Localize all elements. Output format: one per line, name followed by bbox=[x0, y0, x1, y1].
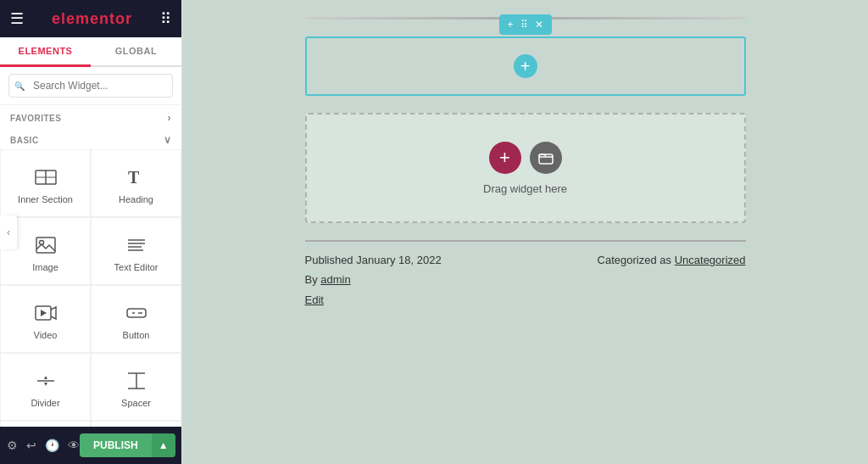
bottom-divider bbox=[305, 240, 746, 242]
folder-icon bbox=[537, 149, 554, 166]
drag-folder-button[interactable] bbox=[530, 142, 562, 174]
widget-inner-section[interactable]: Inner Section bbox=[0, 149, 91, 217]
add-column-button[interactable]: + bbox=[514, 54, 537, 78]
video-icon bbox=[34, 301, 58, 325]
widget-divider[interactable]: Divider bbox=[0, 353, 91, 421]
heading-icon: T bbox=[125, 165, 148, 189]
widget-heading[interactable]: T Heading bbox=[91, 149, 181, 217]
by-label: By bbox=[305, 273, 318, 286]
widget-google-maps[interactable]: Google Maps bbox=[0, 421, 91, 427]
history-icon[interactable]: 🕐 bbox=[45, 439, 59, 452]
widget-icon[interactable]: Icon bbox=[91, 421, 181, 427]
search-wrapper bbox=[8, 74, 173, 98]
published-text: Published January 18, 2022 bbox=[305, 250, 442, 270]
divider-label: Divider bbox=[31, 398, 59, 408]
widget-grid: Inner Section T Heading Image bbox=[0, 149, 181, 427]
categorized-text: Categorized as Uncategorized bbox=[598, 250, 746, 270]
svg-marker-16 bbox=[44, 376, 47, 379]
inner-section-label: Inner Section bbox=[18, 194, 73, 204]
settings-icon[interactable]: ⚙ bbox=[7, 439, 18, 452]
collapse-handle[interactable]: ‹ bbox=[0, 215, 17, 249]
edit-link[interactable]: Edit bbox=[305, 293, 324, 306]
svg-marker-17 bbox=[44, 383, 47, 386]
row-move-button[interactable]: ⠿ bbox=[519, 18, 530, 31]
canvas-content: + ⠿ ✕ + + Drag widget here bbox=[305, 17, 746, 310]
basic-arrow-icon[interactable]: ∨ bbox=[164, 134, 172, 146]
drag-section: + Drag widget here bbox=[305, 113, 746, 223]
widget-video[interactable]: Video bbox=[0, 285, 91, 353]
publish-dropdown-button[interactable]: ▲ bbox=[152, 433, 175, 457]
svg-text:T: T bbox=[128, 168, 140, 187]
elementor-logo: elementor bbox=[52, 10, 132, 28]
image-icon bbox=[34, 233, 58, 257]
svg-rect-12 bbox=[127, 309, 146, 317]
button-icon bbox=[125, 301, 148, 325]
grid-icon[interactable]: ⠿ bbox=[160, 9, 171, 28]
hamburger-icon[interactable]: ☰ bbox=[10, 9, 24, 28]
bottom-tools: ⚙ ↩ 🕐 👁 bbox=[7, 439, 80, 452]
drag-add-button[interactable]: + bbox=[489, 142, 521, 174]
footer-columns: Published January 18, 2022 By admin Edit… bbox=[305, 250, 746, 310]
widget-button[interactable]: Button bbox=[91, 285, 181, 353]
footer-right: Categorized as Uncategorized bbox=[598, 250, 746, 270]
row-toolbar: + ⠿ ✕ bbox=[498, 14, 551, 35]
widget-spacer[interactable]: Spacer bbox=[91, 353, 181, 421]
basic-label: BASIC bbox=[10, 136, 39, 145]
edit-text: Edit bbox=[305, 290, 442, 310]
author-link[interactable]: admin bbox=[320, 273, 350, 286]
undo-icon[interactable]: ↩ bbox=[26, 439, 36, 452]
video-label: Video bbox=[34, 330, 58, 340]
inner-section-icon bbox=[34, 165, 58, 189]
row-add-button[interactable]: + bbox=[505, 18, 515, 31]
divider-icon bbox=[34, 369, 58, 393]
category-link[interactable]: Uncategorized bbox=[675, 254, 746, 266]
sidebar-header: ☰ elementor ⠿ bbox=[0, 0, 181, 37]
selected-row-wrapper: + ⠿ ✕ + bbox=[305, 36, 746, 96]
search-input[interactable] bbox=[8, 74, 173, 98]
widget-text-editor[interactable]: Text Editor bbox=[91, 217, 181, 285]
heading-label: Heading bbox=[119, 194, 153, 204]
svg-rect-4 bbox=[36, 238, 55, 253]
tab-global[interactable]: GLOBAL bbox=[91, 37, 181, 67]
by-text: By admin bbox=[305, 270, 442, 289]
categorized-label: Categorized as bbox=[598, 254, 671, 266]
text-editor-label: Text Editor bbox=[114, 262, 159, 272]
footer-left: Published January 18, 2022 By admin Edit bbox=[305, 250, 442, 310]
selected-row[interactable]: + bbox=[305, 36, 746, 96]
publish-button[interactable]: PUBLISH bbox=[80, 433, 152, 457]
sidebar-tabs: ELEMENTS GLOBAL bbox=[0, 37, 181, 67]
favorites-arrow-icon[interactable]: › bbox=[168, 112, 172, 124]
row-close-button[interactable]: ✕ bbox=[533, 18, 545, 31]
eye-icon[interactable]: 👁 bbox=[68, 439, 80, 452]
drag-label: Drag widget here bbox=[483, 182, 567, 195]
search-container bbox=[0, 67, 181, 105]
image-label: Image bbox=[32, 262, 58, 272]
favorites-section-header: FAVORITES › bbox=[0, 105, 181, 127]
tab-elements[interactable]: ELEMENTS bbox=[0, 37, 91, 67]
main-canvas: + ⠿ ✕ + + Drag widget here bbox=[182, 0, 868, 464]
bottom-toolbar: ⚙ ↩ 🕐 👁 PUBLISH ▲ bbox=[0, 427, 181, 464]
published-label: Published January 18, 2022 bbox=[305, 254, 442, 266]
favorites-label: FAVORITES bbox=[10, 114, 61, 123]
drag-action-row: + bbox=[489, 142, 562, 174]
text-editor-icon bbox=[125, 233, 148, 257]
button-label: Button bbox=[123, 330, 150, 340]
svg-marker-11 bbox=[41, 310, 47, 316]
basic-section-header: BASIC ∨ bbox=[0, 127, 181, 149]
spacer-icon bbox=[125, 369, 148, 393]
spacer-label: Spacer bbox=[121, 398, 151, 408]
publish-group: PUBLISH ▲ bbox=[80, 433, 175, 457]
sidebar: ☰ elementor ⠿ ELEMENTS GLOBAL FAVORITES … bbox=[0, 0, 182, 464]
